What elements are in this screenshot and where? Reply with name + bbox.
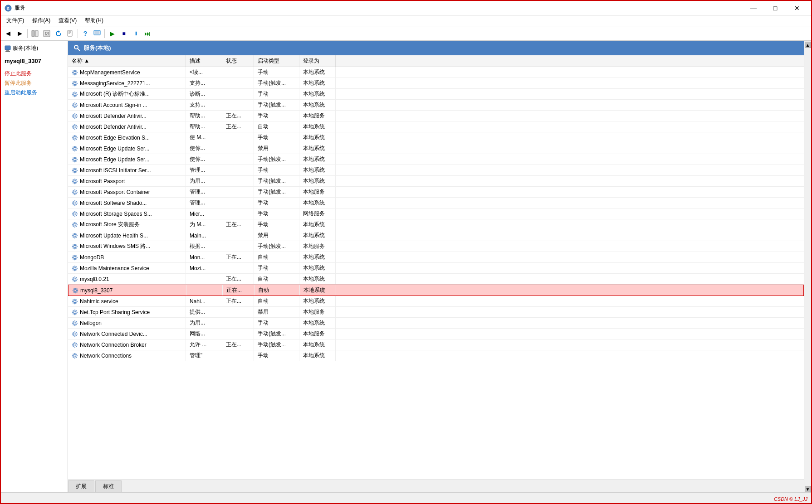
- service-name-cell: Microsoft Account Sign-in ...: [68, 100, 186, 110]
- table-row[interactable]: MessagingService_222771... 支持...手动(触发...…: [68, 78, 804, 89]
- table-row[interactable]: McpManagementService <读...手动本地系统: [68, 67, 804, 78]
- pause-service-link[interactable]: 暂停此服务: [5, 79, 64, 87]
- scrollbar-down-button[interactable]: ▼: [805, 486, 811, 492]
- table-row[interactable]: Netlogon 为用...手动本地系统: [68, 318, 804, 329]
- tab-expand[interactable]: 扩展: [68, 480, 94, 492]
- table-row[interactable]: Nahimic service Nahi...正在...自动本地系统: [68, 296, 804, 307]
- table-row[interactable]: Microsoft Edge Update Ser... 使你...禁用本地系统: [68, 143, 804, 154]
- menu-action[interactable]: 操作(A): [29, 16, 54, 25]
- svg-point-48: [73, 104, 76, 106]
- table-row[interactable]: Network Connected Devic... 网络...手动(触发...…: [68, 329, 804, 339]
- svg-line-96: [76, 146, 77, 147]
- gear-icon: [72, 113, 78, 119]
- table-row[interactable]: Microsoft Update Health S... Main...禁用本地…: [68, 230, 804, 241]
- gear-icon: [72, 243, 78, 250]
- menu-help[interactable]: 帮助(H): [81, 16, 107, 25]
- toolbar-properties2-button[interactable]: [92, 28, 103, 39]
- menu-view[interactable]: 查看(V): [55, 16, 80, 25]
- menu-file[interactable]: 文件(F): [3, 16, 28, 25]
- maximize-button[interactable]: □: [765, 3, 786, 14]
- table-row[interactable]: MongoDB Mon...正在...自动本地系统: [68, 252, 804, 263]
- svg-point-248: [73, 322, 76, 324]
- service-status-cell: [222, 154, 254, 165]
- service-status-cell: [222, 100, 254, 110]
- service-desc-cell: Main...: [186, 230, 222, 241]
- left-panel: 服务(本地) mysql8_3307 停止此服务 暂停此服务 重启动此服务: [1, 41, 68, 492]
- gear-icon: [72, 254, 78, 261]
- toolbar-separator-2: [78, 29, 78, 38]
- table-row[interactable]: Microsoft iSCSI Initiator Ser... 管理...手动…: [68, 165, 804, 176]
- table-row[interactable]: Microsoft Storage Spaces S... Micr...手动网…: [68, 208, 804, 219]
- search-icon: [73, 44, 81, 52]
- svg-line-156: [76, 212, 77, 212]
- service-status-cell: 正在...: [222, 111, 254, 121]
- svg-line-226: [77, 288, 77, 289]
- svg-line-276: [76, 343, 77, 343]
- table-row[interactable]: Microsoft Windows SMS 路... 根据...手动(触发...…: [68, 241, 804, 252]
- col-header-logon[interactable]: 登录为: [299, 55, 336, 67]
- toolbar-resume-button[interactable]: ⏭: [142, 28, 153, 39]
- computer-icon: [5, 45, 11, 52]
- svg-line-177: [73, 237, 73, 237]
- svg-line-34: [73, 81, 73, 82]
- service-desc-cell: [186, 274, 222, 284]
- toolbar-pause-button[interactable]: ⏸: [130, 28, 141, 39]
- services-table[interactable]: 名称 ▲ 描述 状态 启动类型 登录为 McpManagementSe: [68, 55, 804, 480]
- toolbar-show-console-button[interactable]: [29, 28, 40, 39]
- service-status-cell: [222, 230, 254, 241]
- minimize-button[interactable]: —: [743, 3, 764, 14]
- table-row[interactable]: Microsoft Defender Antivir... 帮助...正在...…: [68, 111, 804, 121]
- toolbar-properties-button[interactable]: ☑: [41, 28, 52, 39]
- svg-point-128: [73, 191, 76, 193]
- restart-service-link[interactable]: 重启动此服务: [5, 89, 64, 97]
- right-scrollbar[interactable]: ▲ ▼: [804, 41, 811, 492]
- toolbar-start-button[interactable]: ▶: [107, 28, 117, 39]
- service-name: Microsoft Edge Update Ser...: [80, 145, 149, 152]
- service-logon-cell: 本地服务: [299, 111, 336, 121]
- table-row[interactable]: mysql8_3307 正在...自动本地系统: [68, 285, 804, 296]
- table-row[interactable]: Microsoft Software Shado... 管理...手动本地系统: [68, 198, 804, 208]
- svg-point-198: [73, 267, 76, 269]
- svg-point-138: [73, 202, 76, 204]
- toolbar-refresh-button[interactable]: [53, 28, 64, 39]
- service-status-cell: 正在...: [222, 252, 254, 262]
- stop-service-link[interactable]: 停止此服务: [5, 70, 64, 78]
- col-header-desc[interactable]: 描述: [186, 55, 222, 67]
- col-header-startup[interactable]: 启动类型: [254, 55, 299, 67]
- service-name-cell: Netlogon: [68, 318, 186, 328]
- tab-standard[interactable]: 标准: [95, 480, 122, 492]
- service-desc-cell: 管理...: [186, 187, 222, 197]
- col-header-status[interactable]: 状态: [222, 55, 254, 67]
- gear-icon: [72, 276, 78, 282]
- table-row[interactable]: Microsoft Passport Container 管理...手动(触发.…: [68, 187, 804, 198]
- service-name: Network Connections: [80, 353, 132, 359]
- table-row[interactable]: Microsoft (R) 诊断中心标准... 诊断...手动本地系统: [68, 89, 804, 100]
- table-row[interactable]: mysql8.0.21 正在...自动本地系统: [68, 274, 804, 285]
- scrollbar-up-button[interactable]: ▲: [805, 42, 811, 48]
- svg-line-266: [76, 332, 77, 332]
- toolbar-back-button[interactable]: ◀: [3, 28, 14, 39]
- svg-line-37: [73, 85, 73, 85]
- toolbar-export-button[interactable]: [65, 28, 76, 39]
- table-row[interactable]: Microsoft Edge Update Ser... 使你...手动(触发.…: [68, 154, 804, 165]
- col-header-name[interactable]: 名称 ▲: [68, 55, 186, 67]
- toolbar-forward-button[interactable]: ▶: [15, 28, 25, 39]
- table-row[interactable]: Microsoft Store 安装服务 为 M...正在...手动本地系统: [68, 219, 804, 230]
- toolbar-stop-button[interactable]: ■: [118, 28, 129, 39]
- svg-line-85: [76, 139, 77, 140]
- svg-line-147: [73, 204, 73, 205]
- table-row[interactable]: Microsoft Defender Antivir... 帮助...正在...…: [68, 121, 804, 132]
- svg-line-125: [76, 183, 77, 183]
- svg-point-208: [73, 278, 76, 280]
- table-row[interactable]: Microsoft Edge Elevation S... 使 M...手动本地…: [68, 132, 804, 143]
- table-row[interactable]: Network Connections 管理"手动本地系统: [68, 350, 804, 361]
- close-button[interactable]: ✕: [787, 3, 807, 14]
- table-row[interactable]: Network Connection Broker 允许 ...正在...手动(…: [68, 339, 804, 350]
- table-row[interactable]: Microsoft Passport 为用...手动(触发...本地系统: [68, 176, 804, 187]
- table-row[interactable]: Mozilla Maintenance Service Mozi...手动本地系…: [68, 263, 804, 274]
- gear-icon: [72, 200, 78, 206]
- table-row[interactable]: Microsoft Account Sign-in ... 支持...手动(触发…: [68, 100, 804, 111]
- table-row[interactable]: Net.Tcp Port Sharing Service 提供...禁用本地服务: [68, 307, 804, 318]
- toolbar-help-button[interactable]: ?: [80, 28, 91, 39]
- service-startup-cell: 手动: [254, 67, 299, 78]
